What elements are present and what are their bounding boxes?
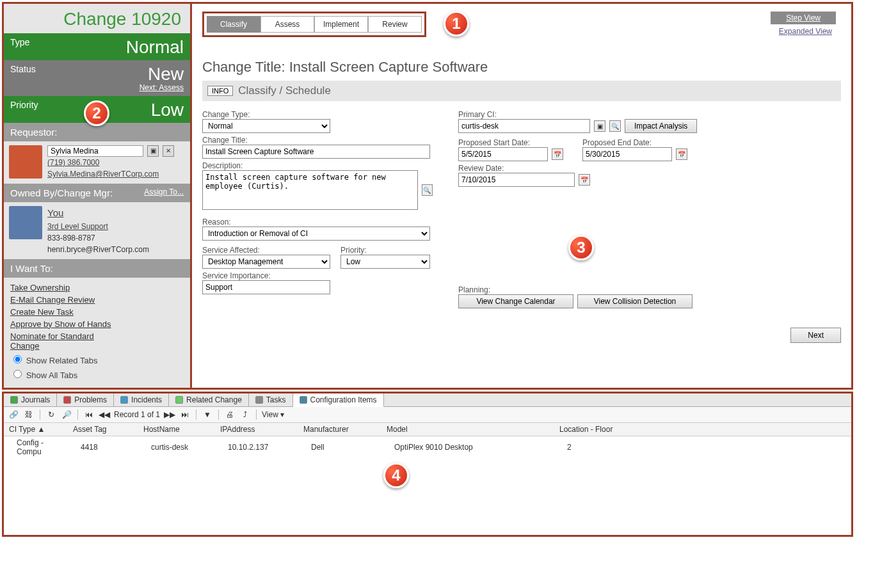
owner-phone: 833-898-8787: [47, 234, 95, 242]
prev-page-icon[interactable]: ◀◀: [99, 409, 110, 420]
priority-field-label: Priority:: [340, 246, 430, 255]
show-related-option[interactable]: Show Related Tabs: [10, 353, 97, 365]
change-title-input[interactable]: [202, 145, 430, 159]
change-type-label: Change Type:: [202, 110, 433, 119]
show-all-option[interactable]: Show All Tabs: [10, 368, 97, 380]
owner-avatar-icon: [9, 206, 42, 239]
tab-journals[interactable]: Journals: [4, 393, 57, 406]
link-icon[interactable]: 🔗: [8, 409, 19, 420]
next-page-icon[interactable]: ▶▶: [164, 409, 175, 420]
link-nominate-std[interactable]: Nominate for Standard Change: [10, 331, 116, 351]
callout-badge-2: 2: [84, 100, 109, 126]
view-collision-button[interactable]: View Collision Detection: [577, 294, 693, 308]
tab-assess[interactable]: Assess: [260, 16, 314, 33]
review-date-label: Review Date:: [458, 164, 841, 173]
problems-icon: [63, 396, 71, 404]
iwant-radio-col: Show Related Tabs Show All Tabs: [10, 353, 97, 383]
owner-email: henri.bryce@RiverTCorp.com: [47, 245, 149, 254]
main-pane: Classify Assess Implement Review Step Vi…: [192, 4, 851, 388]
owner-heading-text: Owned By/Change Mgr:: [10, 187, 113, 198]
change-type-select[interactable]: Normal: [202, 119, 330, 133]
priority-select[interactable]: Low: [340, 255, 430, 269]
planning-label: Planning:: [458, 285, 841, 294]
tab-implement[interactable]: Implement: [314, 16, 368, 33]
owner-team-link[interactable]: 3rd Level Support: [47, 222, 108, 231]
link-take-ownership[interactable]: Take Ownership: [10, 283, 116, 292]
step-tabs-container: Classify Assess Implement Review: [202, 12, 426, 37]
status-next-link[interactable]: Next: Assess: [10, 83, 184, 92]
tab-review[interactable]: Review: [368, 16, 422, 33]
requestor-name-input[interactable]: [47, 145, 143, 157]
summary-status: Status New Next: Assess: [4, 60, 190, 96]
primary-ci-input[interactable]: [458, 119, 590, 133]
col-ipaddress[interactable]: IPAddress: [215, 423, 298, 436]
ci-search-icon[interactable]: 🔍: [609, 120, 621, 132]
tab-related-change[interactable]: Related Change: [169, 393, 249, 406]
requestor-email-link[interactable]: Sylvia.Medina@RiverTCorp.com: [47, 170, 159, 179]
tab-configuration-items[interactable]: Configuration Items: [293, 393, 384, 407]
step-view-button[interactable]: Step View: [771, 12, 836, 24]
ci-lookup-icon[interactable]: ▣: [594, 120, 605, 132]
related-records-panel: Journals Problems Incidents Related Chan…: [2, 392, 853, 537]
proposed-start-label: Proposed Start Date:: [458, 138, 563, 147]
lookup-icon[interactable]: ▣: [147, 145, 159, 157]
print-icon[interactable]: 🖨: [224, 409, 236, 420]
col-hostname[interactable]: HostName: [138, 423, 215, 436]
assign-to-link[interactable]: Assign To...: [144, 187, 184, 196]
review-date-input[interactable]: [458, 173, 575, 187]
primary-ci-label: Primary CI:: [458, 110, 841, 119]
info-button[interactable]: INFO: [207, 86, 233, 96]
ci-grid: CI Type ▲ Asset Tag HostName IPAddress M…: [4, 423, 851, 458]
clear-icon[interactable]: ✕: [163, 145, 174, 157]
unlink-icon[interactable]: ⛓: [23, 409, 35, 420]
link-create-task[interactable]: Create New Task: [10, 307, 116, 317]
calendar-icon[interactable]: 📅: [552, 148, 563, 160]
record-indicator: Record 1 of 1: [114, 410, 160, 419]
reason-select[interactable]: Introduction or Removal of CI: [202, 226, 430, 241]
requestor-card: ▣ ✕ (719) 386.7000 Sylvia.Medina@RiverTC…: [4, 141, 190, 184]
view-calendar-button[interactable]: View Change Calendar: [458, 294, 573, 308]
next-button[interactable]: Next: [790, 328, 841, 343]
col-asset-tag[interactable]: Asset Tag: [68, 423, 138, 436]
first-page-icon[interactable]: ⏮: [83, 409, 95, 420]
calendar-icon[interactable]: 📅: [579, 174, 590, 186]
tab-incidents[interactable]: Incidents: [114, 393, 169, 406]
link-approve-hands[interactable]: Approve by Show of Hands: [10, 319, 116, 329]
description-label: Description:: [202, 161, 433, 170]
filter-icon[interactable]: ▼: [202, 409, 213, 420]
show-all-radio[interactable]: [13, 370, 22, 378]
export-icon[interactable]: ⤴: [239, 409, 251, 420]
tab-problems[interactable]: Problems: [57, 393, 114, 406]
show-related-radio[interactable]: [13, 355, 22, 363]
proposed-end-input[interactable]: [582, 147, 672, 161]
tab-classify[interactable]: Classify: [207, 16, 260, 33]
search-icon[interactable]: 🔎: [61, 409, 72, 420]
calendar-icon[interactable]: 📅: [676, 148, 687, 160]
tasks-icon: [255, 396, 263, 404]
proposed-end-label: Proposed End Date:: [582, 138, 687, 147]
col-model[interactable]: Model: [381, 423, 554, 436]
zoom-icon[interactable]: 🔍: [422, 184, 433, 196]
service-affected-select[interactable]: Desktop Management: [202, 255, 330, 269]
iwant-links-col: Take Ownership E-Mail Change Review Crea…: [10, 283, 116, 353]
last-page-icon[interactable]: ⏭: [179, 409, 191, 420]
col-manufacturer[interactable]: Manufacturer: [298, 423, 381, 436]
expanded-view-link[interactable]: Expanded View: [771, 27, 836, 36]
refresh-icon[interactable]: ↻: [45, 409, 57, 420]
incidents-icon: [120, 396, 128, 404]
col-ci-type[interactable]: CI Type ▲: [4, 423, 68, 436]
proposed-start-input[interactable]: [458, 147, 548, 161]
iwant-actions: Take Ownership E-Mail Change Review Crea…: [4, 278, 190, 388]
description-textarea[interactable]: Install screen capture software for new …: [202, 170, 418, 210]
requestor-phone-link[interactable]: (719) 386.7000: [47, 158, 99, 167]
service-importance-input[interactable]: [202, 280, 330, 294]
link-email-review[interactable]: E-Mail Change Review: [10, 295, 116, 305]
tab-tasks[interactable]: Tasks: [249, 393, 293, 406]
owner-name-link[interactable]: You: [47, 207, 63, 218]
impact-analysis-button[interactable]: Impact Analysis: [625, 119, 697, 133]
page-title: Change Title: Install Screen Capture Sof…: [202, 59, 841, 75]
table-row[interactable]: Config - Compu 4418 curtis-desk 10.10.2.…: [4, 436, 851, 458]
owner-heading: Owned By/Change Mgr: Assign To...: [4, 184, 190, 202]
col-location[interactable]: Location - Floor: [554, 423, 851, 436]
view-menu[interactable]: View ▾: [262, 410, 284, 419]
